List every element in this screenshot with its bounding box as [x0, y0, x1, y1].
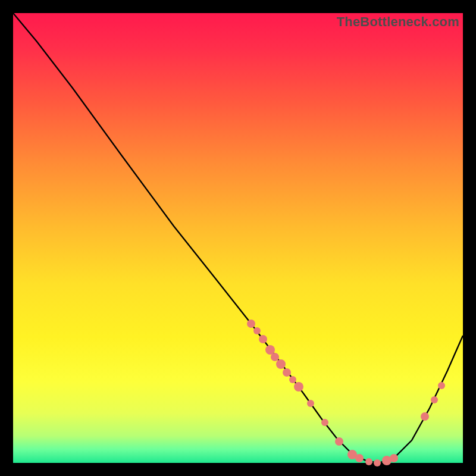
datapoint-dot — [431, 396, 438, 403]
datapoint-dot — [271, 353, 279, 361]
datapoint-dot — [438, 382, 445, 389]
datapoint-group — [247, 320, 445, 466]
chart-area: TheBottleneck.com — [13, 13, 463, 463]
chart-svg — [13, 13, 463, 463]
datapoint-dot — [307, 400, 314, 407]
datapoint-dot — [247, 320, 255, 328]
datapoint-dot — [335, 437, 343, 446]
bottleneck-curve — [13, 13, 463, 463]
datapoint-dot — [289, 376, 296, 383]
datapoint-dot — [253, 327, 261, 334]
datapoint-dot — [321, 419, 328, 426]
datapoint-dot — [374, 459, 381, 466]
datapoint-dot — [259, 335, 267, 343]
datapoint-dot — [390, 454, 398, 462]
datapoint-dot — [365, 458, 372, 465]
datapoint-dot — [294, 382, 303, 392]
datapoint-dot — [421, 412, 429, 421]
datapoint-dot — [283, 368, 291, 377]
datapoint-dot — [276, 359, 286, 369]
datapoint-dot — [355, 454, 364, 462]
